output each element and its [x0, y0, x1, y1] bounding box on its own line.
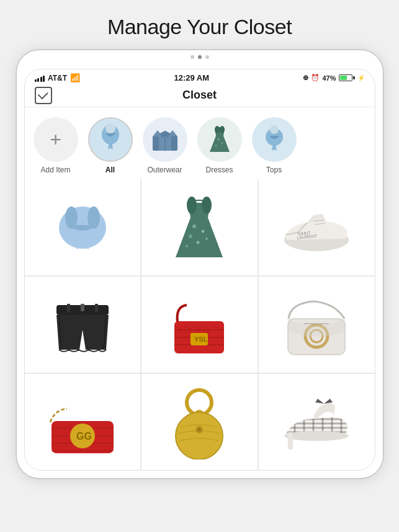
grid-item-black-shorts[interactable]: [25, 277, 141, 373]
grid-item-yellow-bag[interactable]: [141, 374, 258, 470]
signal-bar-2: [37, 78, 39, 82]
svg-rect-31: [95, 304, 98, 313]
svg-rect-32: [81, 304, 84, 311]
user-icon: ⊕: [303, 74, 308, 82]
svg-text:GG: GG: [76, 431, 92, 441]
svg-point-11: [270, 125, 279, 134]
all-circle[interactable]: [88, 117, 133, 162]
battery-fill: [340, 76, 347, 80]
outerwear-circle[interactable]: [143, 117, 187, 162]
dot-3: [205, 55, 209, 59]
svg-point-13: [65, 206, 78, 229]
signal-bars-icon: [35, 74, 45, 82]
signal-bar-1: [35, 79, 37, 82]
heels-svg: [279, 385, 354, 459]
checkmark-icon: [37, 89, 48, 99]
dot-2: [198, 55, 202, 59]
battery-body: [339, 74, 352, 81]
svg-text:YSL: YSL: [194, 335, 208, 343]
status-left: AT&T 📶: [35, 73, 81, 82]
categories-row: + Add Item All: [25, 107, 375, 179]
nav-bar: Closet: [25, 85, 375, 107]
plus-icon: +: [50, 130, 61, 149]
page-title: Manage Your Closet: [107, 15, 292, 39]
category-dresses[interactable]: Dresses: [195, 117, 244, 174]
yellow-bag-svg: [162, 385, 236, 459]
svg-point-9: [215, 144, 217, 147]
svg-point-17: [202, 197, 212, 214]
svg-point-19: [202, 229, 205, 233]
bolt-icon: ⚡: [357, 74, 365, 81]
category-add-item[interactable]: + Add Item: [31, 117, 81, 174]
svg-point-1: [105, 123, 115, 133]
add-item-label: Add Item: [40, 166, 70, 174]
status-right: ⊕ ⏰ 47% ⚡: [303, 74, 364, 82]
tablet-frame: AT&T 📶 12:29 AM ⊕ ⏰ 47% ⚡: [17, 50, 383, 478]
crop-top-svg: [45, 190, 120, 265]
wifi-icon: 📶: [70, 73, 80, 82]
white-bag-svg: [279, 288, 354, 362]
clothing-grid: SAINT LAURENT: [25, 179, 375, 470]
gucci-bag-svg: GG: [45, 385, 120, 459]
svg-point-23: [186, 245, 188, 247]
dresses-icon: [201, 121, 238, 158]
grid-item-white-bag[interactable]: [259, 277, 375, 373]
grid-item-floral-dress[interactable]: [141, 179, 258, 275]
dresses-label: Dresses: [205, 166, 233, 174]
status-time: 12:29 AM: [174, 73, 209, 82]
sneakers-svg: SAINT LAURENT: [279, 190, 354, 265]
floral-dress-svg: [162, 190, 236, 265]
svg-rect-2: [153, 136, 159, 151]
category-all[interactable]: All: [86, 117, 135, 174]
red-bag-svg: YSL: [162, 288, 236, 362]
svg-point-21: [205, 237, 208, 240]
outerwear-icon: [146, 121, 184, 158]
svg-rect-3: [171, 136, 177, 151]
select-button[interactable]: [35, 87, 52, 104]
grid-item-gucci-bag[interactable]: GG: [25, 374, 141, 470]
add-item-circle[interactable]: +: [34, 117, 78, 162]
alarm-icon: ⏰: [311, 74, 320, 82]
svg-point-5: [215, 126, 220, 133]
status-bar: AT&T 📶 12:29 AM ⊕ ⏰ 47% ⚡: [25, 69, 375, 85]
tops-label: Tops: [266, 166, 282, 174]
category-outerwear[interactable]: Outerwear: [140, 117, 190, 174]
signal-bar-3: [40, 77, 42, 82]
tops-circle[interactable]: [252, 117, 297, 162]
battery-icon: [339, 74, 355, 81]
grid-item-red-bag[interactable]: YSL: [141, 277, 258, 373]
dots-row: [17, 50, 383, 61]
svg-point-8: [221, 143, 223, 144]
category-tops[interactable]: Tops: [249, 117, 299, 174]
grid-item-sneakers[interactable]: SAINT LAURENT: [259, 179, 375, 275]
outerwear-label: Outerwear: [147, 166, 182, 174]
svg-point-22: [197, 241, 200, 244]
svg-point-56: [197, 428, 201, 432]
svg-point-16: [187, 197, 197, 214]
all-category-icon: [92, 121, 129, 158]
battery-tip: [353, 76, 355, 79]
tops-icon: [256, 121, 293, 158]
nav-title: Closet: [182, 89, 217, 102]
dresses-circle[interactable]: [197, 117, 242, 162]
page-wrapper: Manage Your Closet AT&T 📶: [0, 0, 399, 532]
svg-point-67: [284, 431, 349, 441]
svg-rect-30: [67, 304, 70, 313]
tablet-screen: AT&T 📶 12:29 AM ⊕ ⏰ 47% ⚡: [24, 69, 375, 471]
dot-1: [191, 55, 194, 59]
grid-item-crop-top[interactable]: [25, 179, 141, 275]
svg-point-18: [192, 224, 196, 228]
svg-point-20: [189, 234, 192, 238]
svg-rect-68: [288, 432, 293, 450]
svg-point-6: [220, 126, 225, 133]
black-shorts-svg: [45, 288, 120, 362]
battery-percent: 47%: [322, 74, 336, 82]
svg-point-14: [87, 206, 100, 229]
signal-bar-4: [43, 76, 45, 82]
all-label: All: [105, 166, 115, 174]
svg-point-7: [217, 138, 220, 141]
carrier-label: AT&T: [48, 74, 67, 82]
grid-item-heels[interactable]: [259, 374, 375, 470]
